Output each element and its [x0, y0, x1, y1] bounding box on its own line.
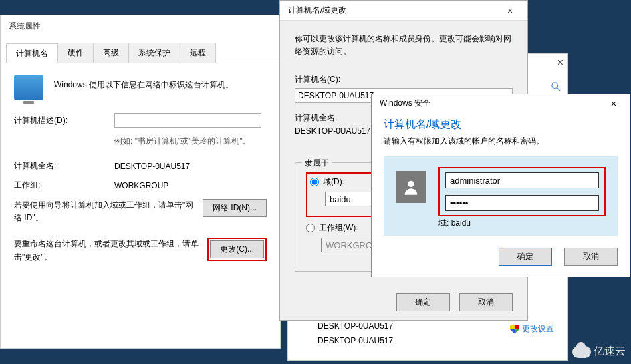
user-avatar-icon [396, 171, 426, 203]
highlight-box: 更改(C)... [207, 238, 267, 261]
computer-name-item: DESKTOP-0UAU517 [318, 321, 393, 331]
password-input[interactable] [445, 195, 599, 211]
workgroup-label: 工作组: [14, 180, 114, 191]
cloud-icon [572, 346, 591, 358]
change-button[interactable]: 更改(C)... [210, 240, 264, 258]
watermark-logo: 亿速云 [572, 345, 626, 359]
tab-hardware[interactable]: 硬件 [57, 43, 94, 63]
computer-icon [14, 75, 43, 100]
change-para: 要重命名这台计算机，或者更改其域或工作组，请单击"更改"。 [14, 238, 201, 263]
fullname-value: DESKTOP-0UAU517 [114, 162, 190, 171]
close-icon[interactable]: × [602, 98, 626, 109]
window-title: 计算机名/域更改 [288, 5, 346, 16]
tab-bar: 计算机名 硬件 高级 系统保护 远程 [1, 43, 280, 63]
system-properties-window: 系统属性 计算机名 硬件 高级 系统保护 远程 Windows 使用以下信息在网… [0, 15, 281, 349]
computer-name-item: DESKTOP-0UAU517 [318, 336, 393, 345]
tab-system-protection[interactable]: 系统保护 [128, 43, 180, 63]
group-title: 隶属于 [302, 158, 332, 169]
window-title: 系统属性 [1, 15, 280, 37]
ok-button[interactable]: 确定 [499, 248, 552, 266]
tab-computer-name[interactable]: 计算机名 [6, 43, 58, 63]
description-label: 计算机描述(D): [14, 115, 114, 126]
change-settings-link[interactable]: 更改设置 [510, 323, 554, 335]
ok-button[interactable]: 确定 [396, 293, 450, 311]
fullname-label: 计算机全名: [14, 160, 114, 172]
dialog-subtext: 请输入有权限加入该域的帐户的名称和密码。 [384, 136, 618, 147]
highlight-box [438, 167, 606, 216]
window-title: Windows 安全 [380, 98, 430, 109]
domain-label: 域: baidu [438, 218, 606, 229]
username-input[interactable] [445, 172, 599, 188]
cancel-button[interactable]: 取消 [459, 293, 513, 311]
close-icon[interactable]: × [497, 5, 523, 16]
tab-advanced[interactable]: 高级 [93, 43, 129, 63]
dialog-heading: 计算机名/域更改 [384, 118, 618, 132]
intro-text: Windows 使用以下信息在网络中标识这台计算机。 [54, 75, 233, 91]
workgroup-value: WORKGROUP [114, 181, 168, 190]
windows-security-dialog: Windows 安全 × 计算机名/域更改 请输入有权限加入该域的帐户的名称和密… [371, 94, 630, 277]
network-id-para: 若要使用向导将计算机加入域或工作组，请单击"网络 ID"。 [14, 199, 201, 224]
workgroup-radio[interactable] [306, 224, 315, 232]
tab-remote[interactable]: 远程 [180, 43, 216, 63]
credentials-panel: 域: baidu [384, 156, 618, 236]
shield-icon [510, 325, 519, 334]
description-input[interactable] [114, 113, 261, 128]
close-icon[interactable]: × [557, 57, 563, 69]
description-text: 你可以更改该计算机的名称和成员身份。更改可能会影响对网络资源的访问。 [295, 33, 513, 58]
svg-point-0 [552, 83, 558, 89]
network-id-button[interactable]: 网络 ID(N)... [203, 199, 267, 217]
svg-point-2 [408, 181, 414, 187]
search-icon[interactable] [551, 82, 561, 94]
cancel-button[interactable]: 取消 [564, 248, 618, 266]
computer-name-label: 计算机名(C): [295, 74, 513, 85]
example-hint: 例如: "书房计算机"或"美玲的计算机"。 [114, 136, 267, 147]
svg-line-1 [557, 88, 560, 91]
domain-radio[interactable] [310, 178, 319, 186]
